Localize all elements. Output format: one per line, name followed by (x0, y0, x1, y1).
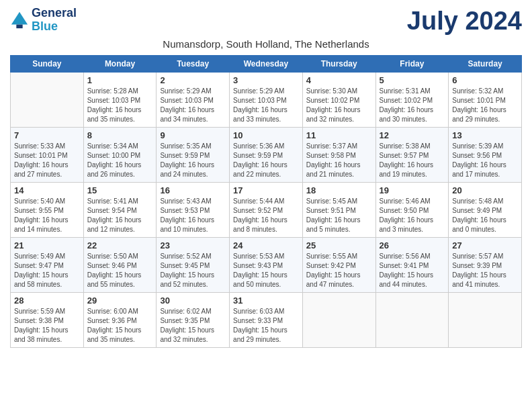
calendar-day-cell: 19Sunrise: 5:46 AM Sunset: 9:50 PM Dayli… (375, 183, 449, 238)
weekday-header-cell: Saturday (449, 56, 522, 73)
day-number: 28 (14, 295, 80, 306)
day-number: 25 (306, 240, 372, 250)
calendar-day-cell: 6Sunrise: 5:32 AM Sunset: 10:01 PM Dayli… (449, 73, 522, 128)
day-number: 1 (87, 75, 153, 85)
calendar-week-row: 28Sunrise: 5:59 AM Sunset: 9:38 PM Dayli… (11, 293, 522, 348)
calendar-day-cell: 18Sunrise: 5:45 AM Sunset: 9:51 PM Dayli… (302, 183, 375, 238)
day-info: Sunrise: 5:55 AM Sunset: 9:42 PM Dayligh… (306, 252, 372, 289)
page-header: General Blue July 2024 (10, 7, 522, 36)
day-info: Sunrise: 5:57 AM Sunset: 9:39 PM Dayligh… (452, 252, 518, 289)
calendar-day-cell (375, 293, 449, 348)
day-number: 19 (380, 185, 445, 195)
day-number: 5 (380, 75, 445, 85)
calendar-day-cell: 20Sunrise: 5:48 AM Sunset: 9:49 PM Dayli… (449, 183, 522, 238)
calendar-day-cell: 11Sunrise: 5:37 AM Sunset: 9:58 PM Dayli… (302, 128, 375, 183)
day-number: 2 (160, 75, 226, 85)
weekday-header-cell: Tuesday (157, 56, 230, 73)
day-number: 8 (87, 130, 153, 140)
day-number: 29 (87, 295, 153, 306)
calendar-body: 1Sunrise: 5:28 AM Sunset: 10:03 PM Dayli… (11, 73, 522, 348)
calendar-day-cell: 30Sunrise: 6:02 AM Sunset: 9:35 PM Dayli… (157, 293, 230, 348)
day-number: 23 (160, 240, 226, 250)
day-number: 20 (452, 185, 518, 195)
calendar-day-cell (302, 293, 375, 348)
calendar-day-cell: 10Sunrise: 5:36 AM Sunset: 9:59 PM Dayli… (230, 128, 303, 183)
day-info: Sunrise: 5:29 AM Sunset: 10:03 PM Daylig… (233, 87, 299, 124)
day-number: 17 (233, 185, 299, 195)
calendar-day-cell: 22Sunrise: 5:50 AM Sunset: 9:46 PM Dayli… (83, 238, 157, 293)
svg-rect-1 (16, 24, 22, 28)
day-number: 26 (380, 240, 445, 250)
calendar-day-cell: 14Sunrise: 5:40 AM Sunset: 9:55 PM Dayli… (11, 183, 84, 238)
calendar-day-cell: 4Sunrise: 5:30 AM Sunset: 10:02 PM Dayli… (302, 73, 375, 128)
day-info: Sunrise: 5:59 AM Sunset: 9:38 PM Dayligh… (14, 307, 80, 345)
calendar-day-cell: 1Sunrise: 5:28 AM Sunset: 10:03 PM Dayli… (83, 73, 157, 128)
day-info: Sunrise: 5:50 AM Sunset: 9:46 PM Dayligh… (87, 252, 153, 289)
day-number: 9 (160, 130, 226, 140)
day-info: Sunrise: 5:49 AM Sunset: 9:47 PM Dayligh… (14, 252, 80, 289)
day-info: Sunrise: 5:56 AM Sunset: 9:41 PM Dayligh… (380, 252, 445, 289)
day-number: 4 (306, 75, 372, 85)
weekday-header-cell: Monday (83, 56, 157, 73)
calendar-day-cell: 13Sunrise: 5:39 AM Sunset: 9:56 PM Dayli… (449, 128, 522, 183)
day-number: 3 (233, 75, 299, 85)
calendar-day-cell: 16Sunrise: 5:43 AM Sunset: 9:53 PM Dayli… (157, 183, 230, 238)
day-number: 12 (380, 130, 445, 140)
day-number: 11 (306, 130, 372, 140)
day-info: Sunrise: 5:53 AM Sunset: 9:43 PM Dayligh… (233, 252, 299, 289)
calendar-day-cell (11, 73, 84, 128)
calendar-day-cell: 25Sunrise: 5:55 AM Sunset: 9:42 PM Dayli… (302, 238, 375, 293)
calendar-day-cell: 5Sunrise: 5:31 AM Sunset: 10:02 PM Dayli… (375, 73, 449, 128)
day-info: Sunrise: 5:46 AM Sunset: 9:50 PM Dayligh… (380, 197, 445, 234)
calendar-day-cell: 23Sunrise: 5:52 AM Sunset: 9:45 PM Dayli… (157, 238, 230, 293)
day-info: Sunrise: 5:52 AM Sunset: 9:45 PM Dayligh… (160, 252, 226, 289)
weekday-header-cell: Sunday (11, 56, 84, 73)
calendar-day-cell: 21Sunrise: 5:49 AM Sunset: 9:47 PM Dayli… (11, 238, 84, 293)
day-info: Sunrise: 5:39 AM Sunset: 9:56 PM Dayligh… (452, 142, 518, 179)
calendar-day-cell: 26Sunrise: 5:56 AM Sunset: 9:41 PM Dayli… (375, 238, 449, 293)
day-info: Sunrise: 5:34 AM Sunset: 10:00 PM Daylig… (87, 142, 153, 179)
day-info: Sunrise: 5:40 AM Sunset: 9:55 PM Dayligh… (14, 197, 80, 234)
day-info: Sunrise: 5:29 AM Sunset: 10:03 PM Daylig… (160, 87, 226, 124)
day-info: Sunrise: 6:00 AM Sunset: 9:36 PM Dayligh… (87, 307, 153, 345)
day-number: 16 (160, 185, 226, 195)
calendar-week-row: 7Sunrise: 5:33 AM Sunset: 10:01 PM Dayli… (11, 128, 522, 183)
day-number: 15 (87, 185, 153, 195)
day-info: Sunrise: 5:32 AM Sunset: 10:01 PM Daylig… (452, 87, 518, 124)
day-number: 14 (14, 185, 80, 195)
day-number: 7 (14, 130, 80, 140)
calendar-day-cell: 3Sunrise: 5:29 AM Sunset: 10:03 PM Dayli… (230, 73, 303, 128)
calendar-day-cell: 2Sunrise: 5:29 AM Sunset: 10:03 PM Dayli… (157, 73, 230, 128)
calendar-day-cell: 15Sunrise: 5:41 AM Sunset: 9:54 PM Dayli… (83, 183, 157, 238)
calendar-day-cell: 9Sunrise: 5:35 AM Sunset: 9:59 PM Daylig… (157, 128, 230, 183)
day-info: Sunrise: 6:03 AM Sunset: 9:33 PM Dayligh… (233, 307, 299, 345)
day-info: Sunrise: 5:35 AM Sunset: 9:59 PM Dayligh… (160, 142, 226, 179)
day-info: Sunrise: 5:44 AM Sunset: 9:52 PM Dayligh… (233, 197, 299, 234)
calendar-week-row: 1Sunrise: 5:28 AM Sunset: 10:03 PM Dayli… (11, 73, 522, 128)
day-info: Sunrise: 5:38 AM Sunset: 9:57 PM Dayligh… (380, 142, 445, 179)
day-number: 18 (306, 185, 372, 195)
day-info: Sunrise: 5:41 AM Sunset: 9:54 PM Dayligh… (87, 197, 153, 234)
calendar-week-row: 21Sunrise: 5:49 AM Sunset: 9:47 PM Dayli… (11, 238, 522, 293)
calendar-day-cell: 29Sunrise: 6:00 AM Sunset: 9:36 PM Dayli… (83, 293, 157, 348)
calendar-day-cell (449, 293, 522, 348)
calendar-day-cell: 8Sunrise: 5:34 AM Sunset: 10:00 PM Dayli… (83, 128, 157, 183)
day-info: Sunrise: 5:48 AM Sunset: 9:49 PM Dayligh… (452, 197, 518, 234)
day-number: 31 (233, 295, 299, 306)
calendar-week-row: 14Sunrise: 5:40 AM Sunset: 9:55 PM Dayli… (11, 183, 522, 238)
day-number: 27 (452, 240, 518, 250)
day-info: Sunrise: 5:33 AM Sunset: 10:01 PM Daylig… (14, 142, 80, 179)
weekday-header-cell: Thursday (302, 56, 375, 73)
svg-marker-0 (11, 12, 28, 25)
logo-text: General Blue (32, 7, 77, 34)
location-title: Numansdorp, South Holland, The Netherlan… (10, 38, 522, 50)
day-number: 24 (233, 240, 299, 250)
logo-icon (10, 11, 29, 30)
day-number: 10 (233, 130, 299, 140)
day-info: Sunrise: 5:30 AM Sunset: 10:02 PM Daylig… (306, 87, 372, 124)
calendar-day-cell: 7Sunrise: 5:33 AM Sunset: 10:01 PM Dayli… (11, 128, 84, 183)
calendar-day-cell: 12Sunrise: 5:38 AM Sunset: 9:57 PM Dayli… (375, 128, 449, 183)
weekday-header-cell: Wednesday (230, 56, 303, 73)
calendar-day-cell: 17Sunrise: 5:44 AM Sunset: 9:52 PM Dayli… (230, 183, 303, 238)
month-title: July 2024 (407, 7, 522, 36)
